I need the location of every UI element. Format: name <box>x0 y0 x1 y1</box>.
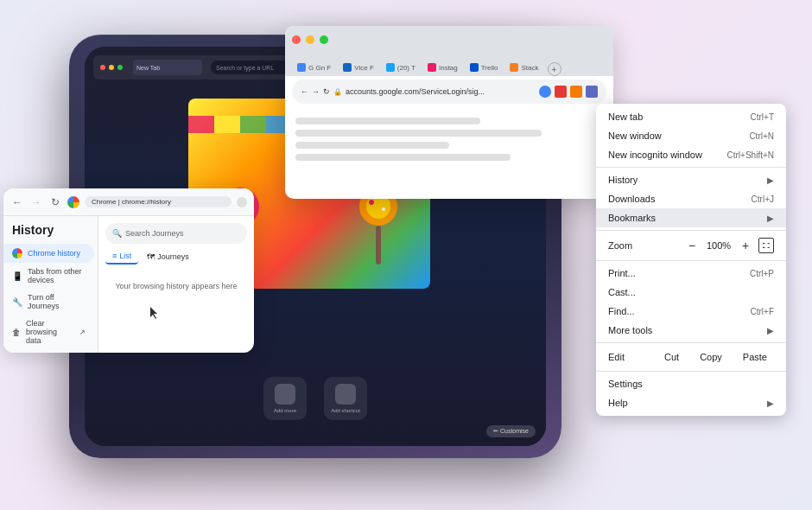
paste-button[interactable]: Paste <box>736 350 774 364</box>
journeys-tab-icon: 🗺 <box>147 252 155 261</box>
menu-label-help: Help <box>608 398 760 408</box>
sidebar-item-label-journeys: Turn off Journeys <box>28 293 86 310</box>
menu-label-zoom: Zoom <box>608 240 632 251</box>
chrome-tab-1[interactable]: G Gn F <box>292 59 336 76</box>
content-line-3 <box>295 142 449 149</box>
content-line-1 <box>295 118 480 124</box>
menu-item-cast[interactable]: Cast... <box>596 283 786 302</box>
back-button-small[interactable]: ← <box>301 87 308 96</box>
menu-zoom-control: Zoom − 100% + ⛶ <box>596 233 786 258</box>
history-nav-icons <box>237 197 247 207</box>
chrome-addressbar[interactable]: ← → ↻ 🔒 accounts.google.com/ServiceLogin… <box>292 80 606 104</box>
chrome-favicon-2 <box>343 63 352 72</box>
menu-item-help[interactable]: Help ▶ <box>596 393 786 412</box>
chrome-logo-icon <box>67 196 79 208</box>
chrome-tabs-strip: G Gn F Vice F (20) T Instag Trello Stack… <box>285 54 613 76</box>
chrome-favicon-6 <box>510 63 518 72</box>
menu-item-incognito[interactable]: New incognito window Ctrl+Shift+N <box>596 145 786 164</box>
journeys-icon: 🔧 <box>12 297 22 307</box>
menu-item-downloads[interactable]: Downloads Ctrl+J <box>596 189 786 208</box>
menu-shortcut-find: Ctrl+F <box>751 307 775 316</box>
customize-label: ✏ Customise <box>493 428 529 435</box>
zoom-percent-value: 100% <box>705 240 733 251</box>
history-forward-btn[interactable]: → <box>29 195 43 209</box>
tab-journeys[interactable]: 🗺 Journeys <box>140 249 196 265</box>
chrome-favicon-4 <box>428 63 436 72</box>
customize-button[interactable]: ✏ Customise <box>486 425 536 437</box>
menu-divider-1 <box>596 167 786 168</box>
menu-item-new-tab[interactable]: New tab Ctrl+T <box>596 107 786 126</box>
tab-list-label: List <box>119 252 131 260</box>
chrome-tab-2[interactable]: Vice F <box>338 59 379 76</box>
sidebar-item-clear-browsing[interactable]: 🗑 Clear browsing data ↗ <box>3 315 94 349</box>
chrome-minimize-dot[interactable] <box>306 35 314 44</box>
menu-label-history: History <box>608 175 760 185</box>
clear-external-link-icon: ↗ <box>79 328 86 336</box>
history-panel: ← → ↻ Chrome | chrome://history History … <box>3 188 254 353</box>
history-search-bar[interactable]: 🔍 Search Journeys <box>105 223 247 244</box>
menu-label-edit: Edit <box>608 352 650 362</box>
menu-shortcut-downloads: Ctrl+J <box>752 194 774 204</box>
new-tab-button[interactable]: + <box>548 62 561 76</box>
tab-journeys-label: Journeys <box>157 252 189 261</box>
history-back-btn[interactable]: ← <box>10 195 24 209</box>
extension-icon-1[interactable] <box>555 86 567 98</box>
menu-label-bookmarks: Bookmarks <box>608 213 760 223</box>
history-url-bar[interactable]: Chrome | chrome://history <box>85 196 232 207</box>
menu-shortcut-print: Ctrl+P <box>750 269 774 278</box>
browser-action-icons <box>539 86 598 98</box>
history-topbar: ← → ↻ Chrome | chrome://history <box>3 188 254 216</box>
forward-button-small[interactable]: → <box>312 87 320 96</box>
menu-item-new-window[interactable]: New window Ctrl+N <box>596 126 786 145</box>
chrome-tab-3[interactable]: (20) T <box>381 59 421 76</box>
reload-button-small[interactable]: ↻ <box>323 87 330 96</box>
menu-item-more-tools[interactable]: More tools ▶ <box>596 321 786 340</box>
extension-icon-2[interactable] <box>570 86 582 98</box>
zoom-out-button[interactable]: − <box>684 238 700 253</box>
menu-item-print[interactable]: Print... Ctrl+P <box>596 264 786 283</box>
menu-item-bookmarks[interactable]: Bookmarks ▶ <box>596 208 786 227</box>
sidebar-item-tabs-other-devices[interactable]: 📱 Tabs from other devices <box>3 263 94 289</box>
menu-label-print: Print... <box>608 268 743 278</box>
shortcut-icon-2 <box>335 384 356 405</box>
tablet-dot-red <box>100 65 105 70</box>
profile-icon[interactable] <box>539 86 551 98</box>
cut-button[interactable]: Cut <box>657 350 686 364</box>
chrome-tab-6[interactable]: Stack <box>504 59 543 76</box>
menu-item-settings[interactable]: Settings <box>596 374 786 393</box>
shortcut-add-more[interactable]: Add more <box>263 377 307 420</box>
menu-item-find[interactable]: Find... Ctrl+F <box>596 302 786 321</box>
menu-shortcut-incognito: Ctrl+Shift+N <box>727 150 774 160</box>
history-user-icon[interactable] <box>237 197 247 207</box>
history-sidebar: History Chrome history 📱 Tabs from other… <box>3 216 98 353</box>
menu-arrow-bookmarks: ▶ <box>767 214 774 223</box>
chrome-favicon-5 <box>470 63 479 72</box>
chrome-maximize-dot[interactable] <box>320 35 328 44</box>
history-empty-message: Your browsing history appears here <box>105 282 247 290</box>
history-tabs: ≡ List 🗺 Journeys <box>105 249 247 265</box>
tabs-icon: 📱 <box>12 271 22 281</box>
menu-divider-2 <box>596 230 786 231</box>
tab-list[interactable]: ≡ List <box>105 249 138 265</box>
sidebar-item-chrome-history[interactable]: Chrome history <box>3 244 94 263</box>
tablet-dot-yellow <box>109 65 114 70</box>
shortcuts-row: Add more Add shortcut <box>85 377 546 420</box>
chrome-history-icon <box>12 248 22 258</box>
context-menu: New tab Ctrl+T New window Ctrl+N New inc… <box>596 104 786 416</box>
menu-label-settings: Settings <box>608 379 774 389</box>
zoom-in-button[interactable]: + <box>738 238 753 253</box>
extension-icon-3[interactable] <box>586 86 598 98</box>
menu-item-history[interactable]: History ▶ <box>596 170 786 189</box>
shortcut-add-shortcut[interactable]: Add shortcut <box>324 377 367 420</box>
fullscreen-button[interactable]: ⛶ <box>758 238 774 253</box>
copy-button[interactable]: Copy <box>693 350 729 364</box>
menu-arrow-help: ▶ <box>767 398 774 408</box>
chrome-close-dot[interactable] <box>292 35 301 44</box>
tablet-dot-green <box>117 65 123 70</box>
menu-label-incognito: New incognito window <box>608 150 720 160</box>
chrome-tab-5[interactable]: Trello <box>465 59 504 76</box>
history-reload-btn[interactable]: ↻ <box>48 195 62 209</box>
sidebar-item-turn-off-journeys[interactable]: 🔧 Turn off Journeys <box>3 289 94 315</box>
chrome-tab-4[interactable]: Instag <box>422 59 463 76</box>
url-text: accounts.google.com/ServiceLogin/sig... <box>346 87 536 96</box>
